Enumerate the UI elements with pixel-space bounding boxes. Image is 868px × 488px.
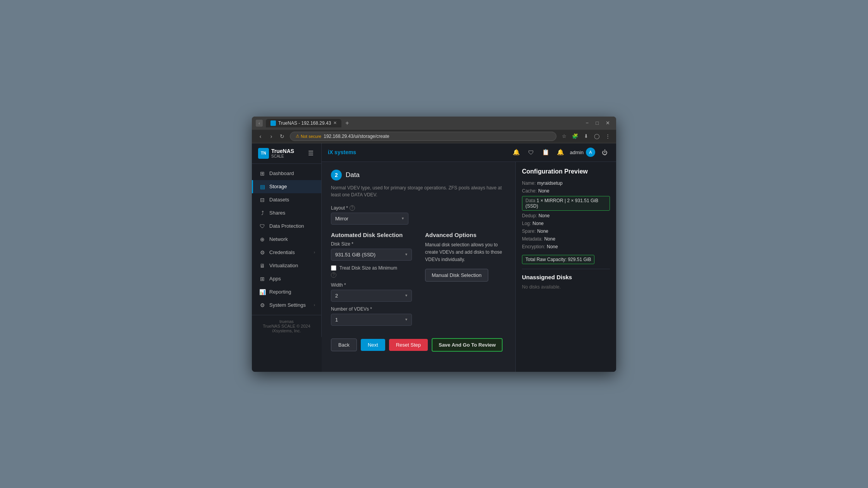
sidebar-item-reporting-label: Reporting (269, 289, 291, 295)
next-button[interactable]: Next (361, 339, 385, 351)
config-cache-value: None (538, 188, 549, 194)
credentials-icon: ⚙ (259, 249, 265, 256)
reload-button[interactable]: ↻ (277, 132, 287, 141)
sidebar-item-network[interactable]: ⊕ Network (252, 233, 321, 246)
security-label: Not secure (301, 134, 321, 139)
main-content: 2 Data Normal VDEV type, used for primar… (322, 162, 616, 372)
sidebar-item-reporting[interactable]: 📊 Reporting (252, 285, 321, 299)
wizard-area: 2 Data Normal VDEV type, used for primar… (322, 162, 515, 372)
virtualization-icon: 🖥 (259, 263, 265, 269)
system-settings-arrow-icon: › (314, 303, 315, 307)
reporting-icon: 📊 (259, 289, 265, 295)
config-data-label: Data (525, 198, 535, 203)
save-and-review-button[interactable]: Save And Go To Review (432, 338, 503, 352)
minimize-button[interactable]: − (584, 119, 591, 127)
layout-help-icon[interactable]: ? (350, 205, 355, 211)
config-cache-label: Cache: (522, 188, 537, 194)
sidebar-item-network-label: Network (269, 236, 288, 242)
back-button[interactable]: Back (331, 339, 357, 351)
sidebar-item-storage-label: Storage (269, 184, 287, 189)
close-tab-button[interactable]: ✕ (333, 120, 337, 125)
columns-layout: Automated Disk Selection Disk Size * 931… (331, 232, 506, 330)
tab-list-button[interactable]: ‹ (256, 120, 263, 127)
sidebar: TN TrueNAS SCALE ☰ ⊞ Dashboard ▤ (252, 143, 322, 337)
treat-min-info-icon[interactable]: ? (331, 272, 336, 278)
treat-min-checkbox[interactable] (331, 265, 336, 271)
dashboard-icon: ⊞ (259, 170, 265, 177)
close-button[interactable]: ✕ (603, 119, 612, 127)
config-encryption-label: Encryption: (522, 244, 545, 249)
nav-controls: ‹ › ↻ (256, 132, 287, 141)
ix-systems-logo: iX systems (328, 149, 356, 155)
sidebar-item-virtualization[interactable]: 🖥 Virtualization (252, 259, 321, 272)
menu-button[interactable]: ⋮ (603, 132, 612, 141)
config-dedup-label: Dedup: (522, 213, 537, 218)
footer-username: truenas (258, 319, 315, 324)
address-text: 192.168.29.43/ui/storage/create (324, 134, 389, 139)
user-menu[interactable]: admin A (570, 148, 595, 157)
forward-nav-button[interactable]: › (267, 132, 276, 141)
sidebar-item-credentials[interactable]: ⚙ Credentials › (252, 246, 321, 259)
sidebar-footer: truenas TrueNAS SCALE © 2024 iXsystems, … (252, 315, 321, 337)
vdevs-label: Number of VDEVs * (331, 306, 412, 312)
sidebar-item-storage[interactable]: ▤ Storage (252, 180, 321, 193)
sidebar-item-datasets[interactable]: ⊟ Datasets (252, 193, 321, 206)
width-label: Width * (331, 282, 412, 288)
bell-button[interactable]: 🔔 (555, 147, 566, 158)
automated-disk-title: Automated Disk Selection (331, 232, 412, 238)
config-preview-panel: Configuration Preview Name: myraidsetup … (515, 162, 616, 372)
bookmark-button[interactable]: ☆ (560, 132, 569, 141)
config-encryption-value: None (547, 244, 558, 249)
footer-company: iXsystems, Inc. (258, 328, 315, 333)
width-select[interactable]: 1 2 3 4 (331, 290, 412, 302)
network-icon: ⊕ (259, 236, 265, 242)
data-protection-icon: 🛡 (259, 223, 265, 229)
sidebar-item-apps-label: Apps (269, 276, 281, 282)
maximize-button[interactable]: □ (593, 119, 601, 127)
sidebar-header: TN TrueNAS SCALE ☰ (252, 143, 321, 164)
window-controls: − □ ✕ (584, 119, 612, 127)
profile-button[interactable]: ◯ (592, 132, 601, 141)
sidebar-item-shares[interactable]: ⤴ Shares (252, 206, 321, 220)
vdevs-select[interactable]: 1 2 3 (331, 314, 412, 326)
sidebar-item-dashboard[interactable]: ⊞ Dashboard (252, 167, 321, 180)
security-indicator: ⚠ Not secure (296, 134, 321, 139)
logo-text: TrueNAS (271, 148, 294, 154)
step-indicator: 2 Data (331, 170, 506, 180)
extensions-button[interactable]: 🧩 (570, 132, 580, 141)
layout-label: Layout * ? (331, 205, 506, 211)
address-bar[interactable]: ⚠ Not secure 192.168.29.43/ui/storage/cr… (290, 132, 556, 141)
topbar: iX systems 🔔 🛡 📋 🔔 admin A ⏻ (322, 143, 616, 162)
config-log-value: None (532, 221, 544, 226)
new-tab-button[interactable]: + (343, 119, 351, 127)
sidebar-item-virtualization-label: Virtualization (269, 263, 298, 268)
layout-select[interactable]: Mirror RAID-Z1 RAID-Z2 RAID-Z3 Stripe (331, 213, 408, 225)
sidebar-item-credentials-label: Credentials (269, 249, 295, 255)
browser-window: ‹ TrueNAS - 192.168.29.43 ✕ + − □ ✕ ‹ › … (252, 117, 616, 372)
sidebar-wrapper: TN TrueNAS SCALE ☰ ⊞ Dashboard ▤ (252, 143, 322, 372)
credentials-arrow-icon: › (314, 250, 315, 254)
system-settings-icon: ⚙ (259, 302, 265, 308)
config-metadata-label: Metadata: (522, 236, 542, 242)
logo-scale: SCALE (271, 154, 294, 158)
alerts-button[interactable]: 🔔 (511, 147, 522, 158)
config-log-label: Log: (522, 221, 531, 226)
disk-size-select[interactable]: 931.51 GiB (SSD) (331, 249, 412, 261)
sidebar-item-system-settings[interactable]: ⚙ System Settings › (252, 299, 321, 312)
power-button[interactable]: ⏻ (599, 147, 610, 158)
reset-step-button[interactable]: Reset Step (389, 339, 428, 351)
sidebar-item-data-protection[interactable]: 🛡 Data Protection (252, 220, 321, 233)
footer-copyright: TrueNAS SCALE © 2024 (258, 324, 315, 328)
manual-disk-selection-button[interactable]: Manual Disk Selection (425, 269, 488, 282)
layout-select-wrapper: Mirror RAID-Z1 RAID-Z2 RAID-Z3 Stripe (331, 213, 408, 225)
step-description: Normal VDEV type, used for primary stora… (331, 184, 506, 198)
sidebar-item-system-settings-label: System Settings (269, 302, 306, 308)
user-avatar: A (586, 148, 595, 157)
sidebar-item-apps[interactable]: ⊞ Apps (252, 272, 321, 285)
clipboard-button[interactable]: 📋 (541, 147, 551, 158)
hamburger-menu-button[interactable]: ☰ (307, 148, 315, 158)
download-button[interactable]: ⬇ (581, 132, 591, 141)
back-nav-button[interactable]: ‹ (256, 132, 265, 141)
shield-button[interactable]: 🛡 (526, 147, 537, 158)
active-tab[interactable]: TrueNAS - 192.168.29.43 ✕ (266, 119, 341, 127)
